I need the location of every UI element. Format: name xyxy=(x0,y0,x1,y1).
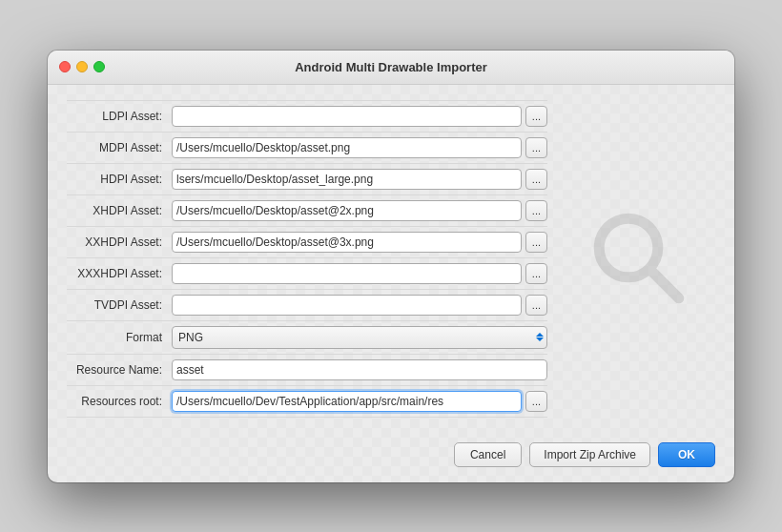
hdpi-row: HDPI Asset: ... xyxy=(67,164,547,195)
minimize-button[interactable] xyxy=(76,61,88,72)
xhdpi-browse-button[interactable]: ... xyxy=(525,200,547,221)
preview-section xyxy=(563,100,715,418)
ldpi-input[interactable] xyxy=(172,106,522,127)
hdpi-browse-button[interactable]: ... xyxy=(525,169,547,190)
svg-line-1 xyxy=(650,270,679,298)
xhdpi-row: XHDPI Asset: ... xyxy=(67,195,547,227)
xxxhdpi-input[interactable] xyxy=(172,263,522,284)
tvdpi-row: TVDPI Asset: ... xyxy=(67,290,547,321)
ldpi-browse-button[interactable]: ... xyxy=(525,106,547,127)
resources-root-row: Resources root: ... xyxy=(67,386,547,418)
tvdpi-label: TVDPI Asset: xyxy=(67,298,172,312)
xxhdpi-label: XXHDPI Asset: xyxy=(67,235,172,249)
magnify-icon xyxy=(586,206,691,311)
tvdpi-browse-button[interactable]: ... xyxy=(525,295,547,316)
ldpi-label: LDPI Asset: xyxy=(67,110,172,123)
xxhdpi-input[interactable] xyxy=(172,232,522,253)
xhdpi-label: XHDPI Asset: xyxy=(67,204,172,217)
hdpi-input[interactable] xyxy=(172,169,522,190)
import-zip-button[interactable]: Import Zip Archive xyxy=(529,442,650,467)
xxhdpi-row: XXHDPI Asset: ... xyxy=(67,227,547,258)
xhdpi-input[interactable] xyxy=(172,200,522,221)
xxxhdpi-browse-button[interactable]: ... xyxy=(525,263,547,284)
dialog-inner: LDPI Asset: ... MDPI Asset: ... HDPI Ass… xyxy=(48,85,734,482)
resources-root-browse-button[interactable]: ... xyxy=(525,391,547,412)
mdpi-label: MDPI Asset: xyxy=(67,141,172,154)
resource-name-input[interactable] xyxy=(172,359,547,380)
format-row: Format PNG JPG SVG WEBP xyxy=(67,321,547,355)
xxxhdpi-row: XXXHDPI Asset: ... xyxy=(67,258,547,290)
format-select[interactable]: PNG JPG SVG WEBP xyxy=(172,326,547,349)
format-label: Format xyxy=(67,331,172,344)
resource-name-row: Resource Name: xyxy=(67,355,547,386)
mdpi-input[interactable] xyxy=(172,137,522,158)
form-section: LDPI Asset: ... MDPI Asset: ... HDPI Ass… xyxy=(67,100,547,418)
traffic-lights xyxy=(59,61,105,72)
resource-name-label: Resource Name: xyxy=(67,363,172,377)
dialog-footer: Cancel Import Zip Archive OK xyxy=(48,433,734,482)
mdpi-browse-button[interactable]: ... xyxy=(525,137,547,158)
close-button[interactable] xyxy=(59,61,71,72)
hdpi-label: HDPI Asset: xyxy=(67,173,172,186)
resources-root-input[interactable] xyxy=(172,391,522,412)
dialog-title: Android Multi Drawable Importer xyxy=(295,60,487,74)
dialog-content: LDPI Asset: ... MDPI Asset: ... HDPI Ass… xyxy=(48,85,734,433)
xxxhdpi-label: XXXHDPI Asset: xyxy=(67,267,172,280)
tvdpi-input[interactable] xyxy=(172,295,522,316)
cancel-button[interactable]: Cancel xyxy=(454,442,522,467)
dialog: Android Multi Drawable Importer LDPI Ass… xyxy=(48,51,734,482)
mdpi-row: MDPI Asset: ... xyxy=(67,133,547,164)
maximize-button[interactable] xyxy=(93,61,105,72)
title-bar: Android Multi Drawable Importer xyxy=(48,51,734,85)
resources-root-label: Resources root: xyxy=(67,395,172,408)
format-select-wrapper: PNG JPG SVG WEBP xyxy=(172,326,547,349)
ldpi-row: LDPI Asset: ... xyxy=(67,100,547,133)
ok-button[interactable]: OK xyxy=(658,442,715,467)
xxhdpi-browse-button[interactable]: ... xyxy=(525,232,547,253)
